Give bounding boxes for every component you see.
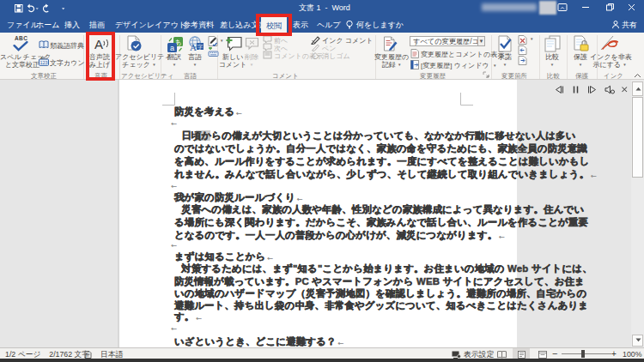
- svg-text:字: 字: [197, 44, 204, 50]
- svg-text:ABC: ABC: [40, 57, 47, 60]
- svg-text:a: a: [170, 44, 174, 52]
- svg-text:123: 123: [39, 60, 47, 65]
- svg-text:A: A: [190, 42, 197, 52]
